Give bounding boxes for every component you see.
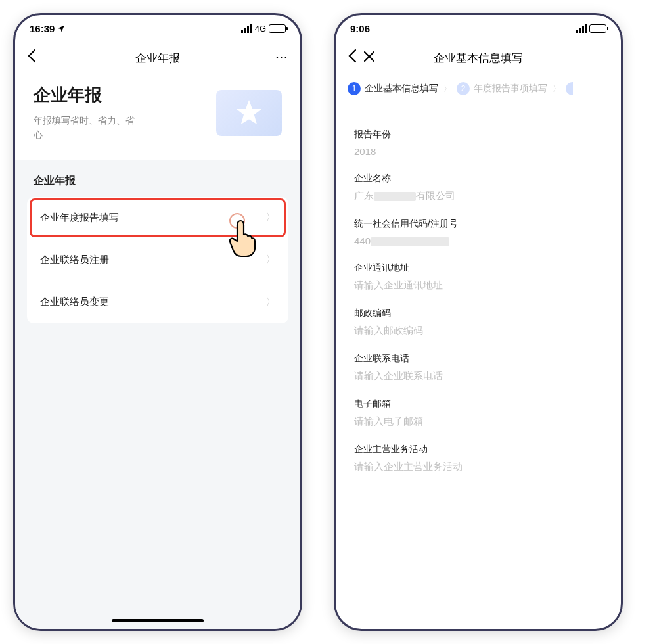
field-business[interactable]: 企业主营业务活动 请输入企业主营业务活动 (354, 444, 602, 473)
menu-item-contact-register[interactable]: 企业联络员注册 〉 (27, 239, 288, 281)
menu-card: 企业年度报告填写 〉 企业联络员注册 〉 企业联络员变更 〉 (27, 197, 288, 323)
field-label: 企业名称 (354, 173, 602, 185)
chevron-right-icon: 〉 (443, 83, 451, 95)
field-label: 统一社会信用代码/注册号 (354, 218, 602, 230)
field-label: 邮政编码 (354, 308, 602, 319)
field-value: 2018 (354, 146, 602, 157)
hero-subtitle: 年报填写省时、省力、省心 (34, 113, 139, 143)
chevron-right-icon: 〉 (266, 212, 275, 223)
nav-bar: 企业基本信息填写 (336, 41, 621, 74)
signal-icon (576, 24, 587, 33)
status-time: 16:39 (30, 23, 55, 34)
field-label: 企业主营业务活动 (354, 444, 602, 455)
hero-title: 企业年报 (34, 83, 139, 106)
field-company-name[interactable]: 企业名称 广东有限公司 (354, 173, 602, 202)
form-area: 报告年份 2018 企业名称 广东有限公司 统一社会信用代码/注册号 440 企… (336, 106, 621, 476)
field-address[interactable]: 企业通讯地址 请输入企业通讯地址 (354, 262, 602, 292)
list-item-label: 企业联络员注册 (40, 254, 109, 266)
step-1[interactable]: 1 企业基本信息填写 (348, 82, 438, 95)
back-button[interactable] (348, 49, 357, 67)
chevron-right-icon: 〉 (553, 83, 560, 95)
battery-icon (269, 24, 286, 33)
stepper: 1 企业基本信息填写 〉 2 年度报告事项填写 〉 (336, 74, 621, 106)
field-placeholder: 请输入邮政编码 (354, 325, 602, 337)
more-button[interactable]: ··· (276, 52, 288, 64)
hero-section: 企业年报 年报填写省时、省力、省心 (15, 74, 300, 160)
step-number-icon: 2 (457, 82, 470, 95)
status-time: 9:06 (350, 23, 370, 34)
nav-title: 企业基本信息填写 (434, 51, 523, 66)
status-bar: 9:06 (336, 15, 621, 41)
list-item-label: 企业年度报告填写 (40, 212, 119, 224)
field-year[interactable]: 报告年份 2018 (354, 129, 602, 157)
home-indicator[interactable] (112, 619, 204, 622)
network-label: 4G (255, 24, 266, 34)
field-value: 440 (354, 235, 602, 246)
close-button[interactable] (363, 51, 375, 66)
field-label: 企业通讯地址 (354, 262, 602, 274)
location-icon (57, 23, 65, 34)
section-title: 企业年报 (27, 160, 288, 197)
hero-star-icon (216, 90, 282, 136)
field-placeholder: 请输入电子邮箱 (354, 415, 602, 428)
field-phone[interactable]: 企业联系电话 请输入企业联系电话 (354, 353, 602, 382)
field-placeholder: 请输入企业联系电话 (354, 370, 602, 382)
field-credit-code[interactable]: 统一社会信用代码/注册号 440 (354, 218, 602, 246)
field-postal[interactable]: 邮政编码 请输入邮政编码 (354, 308, 602, 337)
field-label: 企业联系电话 (354, 353, 602, 365)
step-number-icon: 1 (348, 82, 361, 95)
step-label: 年度报告事项填写 (474, 83, 547, 95)
phone-screen-1: 16:39 4G 企业年报 ··· 企业年报 年报填写省时、省力、省心 (13, 13, 302, 631)
field-placeholder: 请输入企业主营业务活动 (354, 461, 602, 473)
field-label: 报告年份 (354, 129, 602, 141)
status-bar: 16:39 4G (15, 15, 300, 41)
battery-icon (589, 24, 606, 33)
menu-item-annual-report[interactable]: 企业年度报告填写 〉 (27, 197, 288, 239)
content-section: 企业年报 企业年度报告填写 〉 企业联络员注册 〉 企业联络员变更 〉 (15, 160, 300, 629)
signal-icon (241, 24, 252, 33)
phone-screen-2: 9:06 企业基本信息填写 1 企业基本信息填写 〉 2 年度报告事项填写 〉 (334, 13, 623, 631)
step-3-partial (566, 82, 573, 95)
chevron-right-icon: 〉 (266, 254, 275, 265)
chevron-right-icon: 〉 (266, 296, 275, 308)
nav-title: 企业年报 (135, 51, 180, 66)
field-value: 广东有限公司 (354, 190, 602, 202)
nav-bar: 企业年报 ··· (15, 41, 300, 74)
field-email[interactable]: 电子邮箱 请输入电子邮箱 (354, 398, 602, 428)
list-item-label: 企业联络员变更 (40, 296, 109, 308)
field-placeholder: 请输入企业通讯地址 (354, 279, 602, 292)
field-label: 电子邮箱 (354, 398, 602, 410)
back-button[interactable] (27, 49, 36, 67)
step-label: 企业基本信息填写 (365, 83, 438, 95)
step-2[interactable]: 2 年度报告事项填写 (457, 82, 547, 95)
menu-item-contact-change[interactable]: 企业联络员变更 〉 (27, 281, 288, 323)
